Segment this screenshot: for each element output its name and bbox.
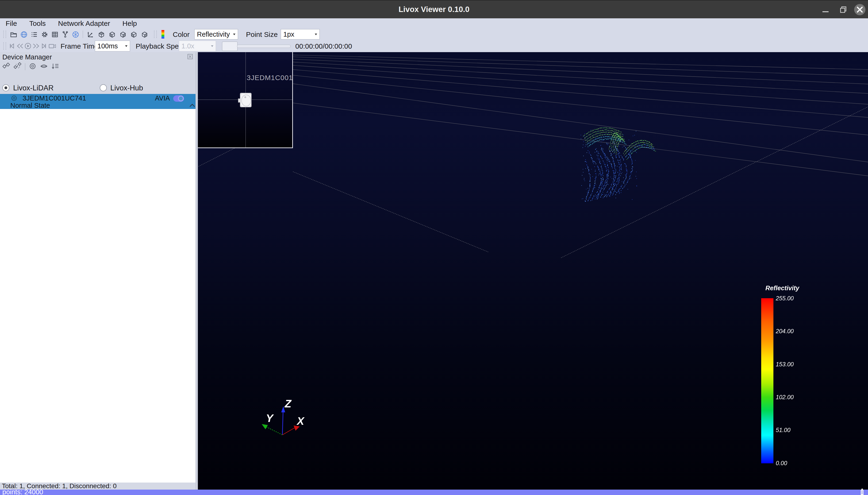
radio-selected-dot (4, 86, 7, 89)
device-manager-header: Device Manager (0, 52, 196, 82)
settings-button[interactable] (41, 31, 48, 38)
device-enable-toggle[interactable] (173, 95, 184, 102)
axis-z-label: Z (285, 397, 291, 410)
device-manager-toolbar (0, 62, 59, 72)
device-manager-title: Device Manager (2, 53, 52, 62)
frame-time-label: Frame Time (60, 42, 98, 50)
first-frame-button[interactable] (8, 42, 16, 50)
axis-view-button[interactable] (86, 31, 94, 38)
caliper-icon (61, 31, 69, 38)
legend-tick: 153.00 (776, 361, 794, 368)
play-button[interactable] (24, 42, 32, 50)
last-frame-button[interactable] (40, 42, 48, 50)
title-bar: Livox Viewer 0.10.0 (0, 0, 868, 19)
legend-colorbar (761, 298, 774, 463)
menu-tools[interactable]: Tools (24, 18, 51, 29)
cube-view-back-button[interactable] (108, 31, 116, 38)
cube-view-top-button[interactable] (130, 31, 138, 38)
menu-help[interactable]: Help (117, 18, 143, 29)
device-eye-icon[interactable] (11, 95, 17, 101)
collapse-chevron-icon[interactable] (189, 102, 195, 108)
cube-view-left-button[interactable] (119, 31, 127, 38)
point-size-label: Point Size (246, 31, 278, 38)
device-state: Normal State (10, 102, 50, 109)
open-file-button[interactable] (10, 31, 17, 38)
show-all-button[interactable] (29, 62, 37, 71)
cube-left-icon (119, 31, 127, 38)
menu-network-adapter[interactable]: Network Adapter (52, 18, 116, 29)
radio-livox-hub[interactable] (100, 84, 107, 91)
axis-y-label: Y (266, 412, 273, 425)
toolbar-drag-handle[interactable] (3, 31, 6, 38)
disconnect-device-button[interactable] (14, 62, 22, 71)
fast-forward-button[interactable] (32, 42, 39, 50)
playbar-drag-handle[interactable] (3, 42, 6, 50)
eye-off-icon (40, 62, 48, 70)
point-size-select[interactable]: 1px (281, 29, 320, 39)
cube-view-front-button[interactable] (98, 31, 105, 38)
color-select-value: Reflectivity (197, 31, 230, 38)
preview-device-label: 3JEDM1C001UC (247, 74, 293, 82)
color-select[interactable]: Reflectivity (194, 29, 238, 39)
connect-device-button[interactable] (2, 62, 10, 71)
legend-tick: 204.00 (776, 328, 794, 335)
playback-speed-value: 1.0x (181, 42, 194, 50)
pointcloud-viewport[interactable]: 3JEDM1C001UC Z Y X (198, 52, 868, 490)
eye-icon (29, 62, 37, 70)
device-row[interactable]: 3JEDM1C001UC741 AVIA Normal State (0, 94, 196, 109)
playback-time: 00:00:00/00:00:00 (295, 42, 352, 50)
close-button[interactable] (852, 0, 868, 19)
cube-back-icon (108, 31, 116, 38)
close-icon (854, 3, 866, 16)
list-icon (31, 31, 38, 38)
frame-time-select[interactable]: 100ms (95, 40, 130, 51)
window-title: Livox Viewer 0.10.0 (0, 0, 868, 18)
legend-tick: 102.00 (776, 394, 794, 400)
wireframe-sphere-icon (72, 31, 79, 38)
timeline-slider-track[interactable] (237, 45, 290, 48)
restore-icon (839, 6, 847, 13)
device-list-button[interactable] (31, 31, 38, 38)
link-icon (2, 62, 10, 70)
points-count: points: 24000 (2, 488, 43, 495)
camera-icon (48, 42, 56, 50)
measure-tool-button[interactable] (61, 31, 69, 38)
radio-livox-hub-label[interactable]: Livox-Hub (110, 84, 143, 92)
legend-tick: 0.00 (776, 460, 787, 466)
sphere-view-button[interactable] (72, 31, 79, 38)
playback-toolbar: Frame Time 100ms Playback Speed 1.0x 00:… (0, 40, 868, 52)
toolbar-drag-handle-2[interactable] (154, 31, 157, 38)
radio-livox-lidar-label[interactable]: Livox-LiDAR (13, 84, 54, 92)
radio-livox-lidar[interactable] (2, 84, 10, 91)
menu-bar: File Tools Network Adapter Help (0, 18, 868, 29)
chevron-down-icon (233, 34, 235, 35)
timeline-slider-thumb[interactable] (222, 41, 237, 51)
restore-button[interactable] (835, 0, 852, 19)
main-toolbar: Color Reflectivity Point Size 1px (0, 29, 868, 40)
cube-view-iso-button[interactable] (141, 31, 148, 38)
panel-close-button[interactable] (188, 54, 193, 60)
status-grip-icon[interactable] (860, 487, 865, 495)
play-icon (24, 42, 32, 50)
link-broken-icon (14, 62, 22, 70)
lidar-device-icon (237, 92, 254, 108)
color-label: Color (173, 31, 190, 38)
record-button[interactable] (48, 42, 56, 50)
axis-x-label: X (297, 415, 304, 427)
grid-table-button[interactable] (51, 31, 59, 38)
cube-front-icon (98, 31, 105, 38)
chevron-down-icon (315, 34, 317, 35)
axis-gizmo: Z Y X (256, 395, 313, 442)
minimize-icon (822, 6, 829, 13)
device-preview-pane: 3JEDM1C001UC (198, 52, 293, 148)
app-window: Livox Viewer 0.10.0 File Tools Network A… (0, 0, 868, 495)
table-icon (51, 31, 59, 38)
minimize-button[interactable] (817, 0, 834, 19)
rewind-button[interactable] (16, 42, 23, 50)
lidar-mode-button[interactable] (20, 31, 28, 38)
hide-all-button[interactable] (40, 62, 48, 71)
dm-toolbar-separator (25, 63, 25, 70)
menu-file[interactable]: File (0, 18, 22, 29)
sort-devices-button[interactable] (51, 62, 59, 71)
globe-icon (20, 31, 28, 38)
